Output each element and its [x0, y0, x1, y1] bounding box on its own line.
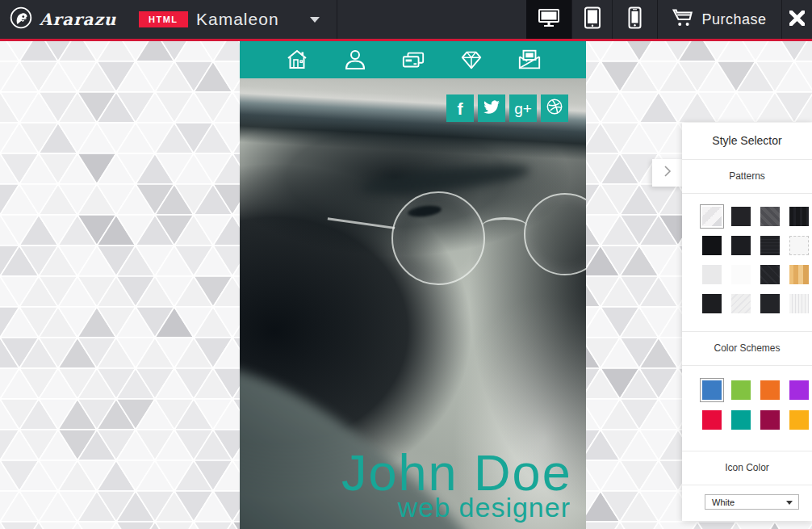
glasses-lens [524, 193, 586, 275]
theme-preview-frame: f g+ John Doe [240, 41, 586, 529]
pattern-swatch-dark-texture[interactable] [731, 236, 751, 255]
cards-icon[interactable] [401, 48, 425, 72]
style-selector-panel: Style Selector Patterns Color Schemes Ic… [682, 123, 812, 521]
twitter-icon [483, 98, 500, 119]
profile-icon[interactable] [343, 48, 367, 72]
divider [682, 485, 812, 485]
color-swatch-maroon[interactable] [760, 410, 780, 430]
color-swatch-purple[interactable] [789, 380, 809, 400]
chevron-right-icon [662, 164, 673, 182]
theme-name-dropdown[interactable]: Kamaleon [196, 10, 279, 29]
facebook-icon: f [458, 100, 463, 117]
google-plus-icon: g+ [514, 101, 532, 116]
color-swatch-yellow[interactable] [789, 410, 809, 430]
purchase-button[interactable]: Purchase [658, 0, 781, 39]
pattern-swatch-dark-greek[interactable] [760, 294, 780, 313]
color-schemes-grid [702, 380, 812, 430]
pattern-swatch-black-weave[interactable] [702, 236, 722, 255]
pattern-swatch-white-dashed[interactable] [789, 236, 809, 255]
hero-photo: f g+ John Doe [240, 78, 586, 529]
pattern-swatch-light-triangles[interactable] [702, 207, 722, 226]
pattern-swatch-light-vert-stripes[interactable] [789, 294, 809, 313]
site-navbar [240, 41, 586, 78]
pattern-swatch-dark-maze[interactable] [702, 294, 722, 313]
facebook-button[interactable]: f [446, 94, 474, 122]
pattern-swatch-black-noise[interactable] [789, 207, 809, 226]
color-swatch-teal[interactable] [731, 410, 751, 430]
logo[interactable]: Ararazu [10, 0, 116, 39]
html-badge: HTML [139, 11, 188, 27]
icon-color-value: White [705, 498, 735, 507]
chevron-down-icon[interactable] [310, 17, 320, 23]
mobile-view-button[interactable] [613, 0, 657, 39]
divider [337, 0, 337, 39]
pattern-swatch-white-subtle[interactable] [731, 265, 751, 284]
hero-role: web designer [398, 492, 571, 523]
twitter-button[interactable] [478, 94, 505, 122]
pattern-swatch-gray-checker[interactable] [760, 207, 780, 226]
cart-icon [672, 8, 693, 31]
panel-title: Style Selector [682, 123, 812, 159]
mobile-icon [628, 6, 642, 32]
mail-icon[interactable] [517, 48, 542, 72]
caret-down-icon [786, 501, 793, 505]
portfolio-icon[interactable] [459, 48, 483, 72]
pattern-swatch-light-floral[interactable] [702, 265, 722, 284]
glasses-bridge [482, 217, 527, 235]
pattern-swatch-dark-stripes[interactable] [760, 236, 780, 255]
divider [682, 193, 812, 194]
tablet-view-button[interactable] [572, 0, 612, 39]
color-swatch-red[interactable] [702, 410, 722, 430]
social-links: f g+ [446, 94, 568, 122]
color-schemes-label: Color Schemes [682, 332, 812, 365]
tablet-icon [584, 6, 601, 32]
desktop-icon [538, 7, 560, 31]
close-icon [789, 10, 805, 29]
icon-color-label: Icon Color [682, 451, 812, 485]
glasses-temple [327, 217, 396, 235]
color-swatch-green[interactable] [731, 380, 751, 400]
patterns-grid [702, 207, 812, 313]
icon-color-select[interactable]: White [705, 494, 799, 510]
home-icon[interactable] [285, 48, 309, 72]
purchase-label: Purchase [701, 11, 766, 28]
bird-logo-icon [10, 6, 32, 32]
panel-collapse-tab[interactable] [652, 159, 682, 187]
glasses-lens [391, 191, 485, 285]
preview-topbar: Ararazu HTML Kamaleon [0, 0, 812, 39]
close-preview-button[interactable] [782, 0, 812, 39]
pattern-swatch-wood-tan[interactable] [789, 265, 809, 284]
pattern-swatch-light-texture[interactable] [731, 294, 751, 313]
google-plus-button[interactable]: g+ [509, 94, 537, 122]
color-swatch-orange[interactable] [760, 380, 780, 400]
accent-line [0, 39, 812, 41]
logo-text: Ararazu [40, 10, 116, 29]
pattern-swatch-dark-diagonal[interactable] [760, 265, 780, 284]
color-swatch-blue[interactable] [702, 380, 722, 400]
pattern-swatch-dark-solid[interactable] [731, 207, 751, 226]
patterns-label: Patterns [682, 160, 812, 193]
divider [682, 365, 812, 366]
desktop-view-button[interactable] [526, 0, 571, 39]
dribbble-icon [546, 98, 563, 119]
dribbble-button[interactable] [541, 94, 568, 122]
